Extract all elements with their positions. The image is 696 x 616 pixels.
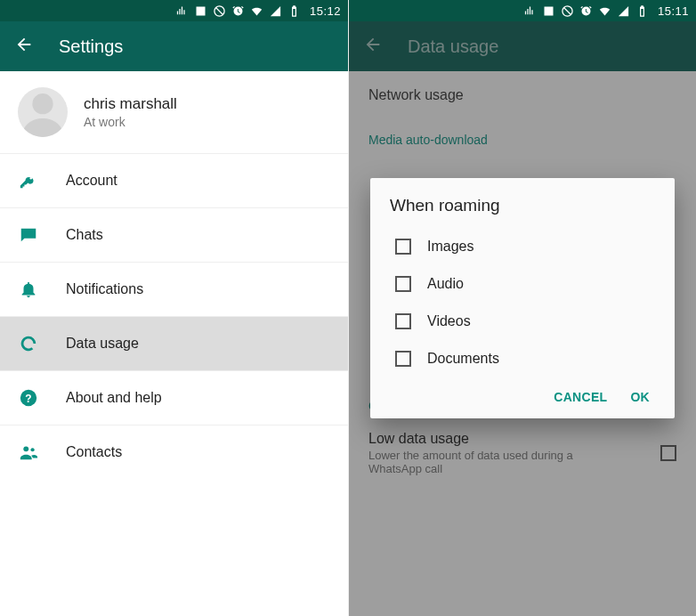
image-icon — [194, 4, 207, 18]
cancel-button[interactable]: CANCEL — [554, 390, 607, 404]
checkbox-icon — [395, 313, 411, 329]
dialog-option-audio[interactable]: Audio — [390, 265, 655, 303]
status-icons — [523, 4, 649, 18]
person-icon — [18, 87, 68, 137]
block-icon — [213, 4, 226, 18]
svg-point-4 — [23, 446, 28, 451]
checkbox-icon — [395, 276, 411, 292]
dialog-option-label: Audio — [427, 276, 464, 292]
help-icon: ? — [18, 387, 39, 409]
settings-item-chats[interactable]: Chats — [0, 207, 348, 262]
svg-point-5 — [30, 448, 34, 451]
settings-list: Account Chats Notifications Data usage ?… — [0, 153, 348, 479]
checkbox-icon — [395, 351, 411, 367]
dialog-when-roaming: When roaming Images Audio Videos Documen… — [370, 178, 675, 418]
screen-data-usage: 15:11 Data usage Network usage Media aut… — [348, 0, 696, 616]
ok-button[interactable]: OK — [630, 390, 650, 404]
bell-icon — [18, 279, 39, 300]
dialog-option-label: Documents — [427, 351, 499, 367]
settings-item-account[interactable]: Account — [0, 153, 348, 207]
alarm-icon — [231, 4, 245, 18]
image-icon — [542, 4, 555, 18]
dialog-option-label: Videos — [427, 313, 471, 329]
status-clock: 15:11 — [658, 4, 689, 18]
svg-text:?: ? — [25, 393, 31, 405]
avatar — [18, 87, 68, 137]
settings-item-label: About and help — [66, 390, 162, 406]
signal-bars-icon — [175, 4, 189, 18]
alarm-icon — [579, 4, 593, 18]
dialog-option-images[interactable]: Images — [390, 228, 655, 265]
svg-point-0 — [32, 93, 53, 114]
page-title: Settings — [59, 36, 123, 57]
cell-icon — [617, 4, 630, 18]
settings-item-label: Contacts — [66, 444, 122, 460]
settings-item-label: Account — [66, 173, 117, 189]
contacts-icon — [18, 442, 39, 463]
checkbox-icon — [395, 239, 411, 255]
status-icons — [175, 4, 301, 18]
status-clock: 15:12 — [310, 4, 341, 18]
profile-row[interactable]: chris marshall At work — [0, 71, 348, 153]
dialog-title: When roaming — [390, 196, 655, 215]
battery-icon — [635, 4, 649, 18]
key-icon — [18, 170, 39, 191]
settings-item-data-usage[interactable]: Data usage — [0, 316, 348, 370]
status-bar: 15:12 — [0, 0, 348, 21]
chat-icon — [18, 224, 39, 246]
settings-item-label: Data usage — [66, 336, 139, 352]
dialog-option-label: Images — [427, 239, 473, 255]
cell-icon — [269, 4, 282, 18]
settings-item-notifications[interactable]: Notifications — [0, 262, 348, 316]
screen-settings: 15:12 Settings chris marshall At work Ac… — [0, 0, 348, 616]
data-usage-icon — [18, 333, 39, 354]
status-bar: 15:11 — [349, 0, 696, 21]
wifi-icon — [598, 4, 611, 18]
dialog-option-documents[interactable]: Documents — [390, 340, 655, 377]
wifi-icon — [250, 4, 263, 18]
settings-item-contacts[interactable]: Contacts — [0, 425, 348, 479]
dialog-option-videos[interactable]: Videos — [390, 303, 655, 340]
block-icon — [561, 4, 574, 18]
profile-status: At work — [84, 115, 177, 129]
signal-bars-icon — [523, 4, 537, 18]
settings-item-label: Notifications — [66, 281, 143, 297]
settings-item-about[interactable]: ? About and help — [0, 370, 348, 425]
settings-item-label: Chats — [66, 227, 103, 243]
app-bar: Settings — [0, 21, 348, 71]
svg-point-1 — [30, 177, 32, 179]
profile-name: chris marshall — [84, 95, 177, 113]
arrow-back-icon — [14, 35, 34, 54]
battery-icon — [287, 4, 301, 18]
back-button[interactable] — [14, 35, 34, 58]
